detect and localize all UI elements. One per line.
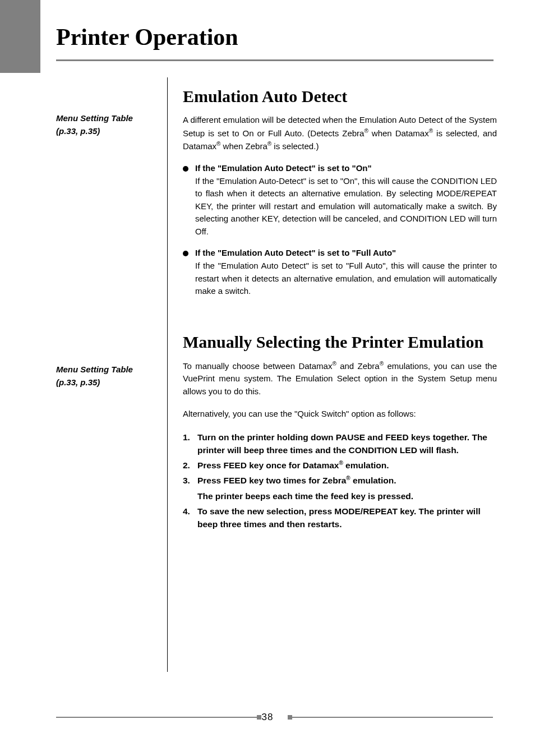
registered-mark: ® xyxy=(364,128,368,134)
bullet-body: If the "Emulation Auto-Detect" is set to… xyxy=(183,175,497,238)
intro-paragraph: A different emulation will be detected w… xyxy=(183,114,497,153)
text-fragment: and Zebra xyxy=(336,361,380,371)
bullet-heading-text: If the "Emulation Auto Detect" is set to… xyxy=(195,163,372,173)
text-fragment: emulation. xyxy=(343,460,389,470)
bullet-heading: If the "Emulation Auto Detect" is set to… xyxy=(183,248,497,257)
bullet-section-fullauto: If the "Emulation Auto Detect" is set to… xyxy=(183,248,497,298)
step-number: 1. xyxy=(183,431,197,457)
footer-rule-right xyxy=(292,717,493,718)
footer-rule-left xyxy=(56,717,257,718)
content-area: Emulation Auto Detect A different emulat… xyxy=(183,87,497,533)
step-number: 2. xyxy=(183,459,197,472)
registered-mark: ® xyxy=(380,361,384,367)
chapter-number: 2 xyxy=(12,14,38,73)
registered-mark: ® xyxy=(346,475,350,481)
sidenote-pages: (p.33, p.35) xyxy=(56,126,100,136)
footer-decoration-right xyxy=(288,715,292,720)
sidenote-title: Menu Setting Table xyxy=(56,113,133,123)
section-heading-emulation: Emulation Auto Detect xyxy=(183,87,497,106)
registered-mark: ® xyxy=(339,460,343,466)
bullet-heading-text: If the "Emulation Auto Detect" is set to… xyxy=(195,248,396,257)
vertical-divider xyxy=(167,77,168,672)
step-4: 4. To save the new selection, press MODE… xyxy=(183,505,497,531)
steps-list: 1. Turn on the printer holding down PAUS… xyxy=(183,431,497,531)
step-text: To save the new selection, press MODE/RE… xyxy=(197,505,497,531)
text-fragment: is selected.) xyxy=(271,141,319,151)
bullet-dot-icon xyxy=(183,251,188,256)
registered-mark: ® xyxy=(429,128,433,134)
section-heading-manual: Manually Selecting the Printer Emulation xyxy=(183,333,497,352)
text-fragment: To manually choose between Datamax xyxy=(183,361,332,371)
chapter-title: Printer Operation xyxy=(56,24,238,50)
step-2: 2. Press FEED key once for Datamax® emul… xyxy=(183,459,497,472)
registered-mark: ® xyxy=(332,361,336,367)
step-text: Turn on the printer holding down PAUSE a… xyxy=(197,431,497,457)
text-fragment: Press FEED key two times for Zebra xyxy=(197,476,346,486)
intro-paragraph-2: To manually choose between Datamax® and … xyxy=(183,359,497,398)
text-fragment: when Zebra xyxy=(220,141,267,151)
footer-decoration-left xyxy=(257,715,261,720)
text-fragment: Press FEED key once for Datamax xyxy=(197,460,339,470)
bullet-dot-icon xyxy=(183,166,188,172)
step-3-continuation: The printer beeps each time the feed key… xyxy=(183,490,497,503)
text-fragment: when Datamax xyxy=(368,128,429,138)
bullet-heading: If the "Emulation Auto Detect" is set to… xyxy=(183,163,497,173)
sidenote-title: Menu Setting Table xyxy=(56,365,133,374)
alt-paragraph: Alternatively, you can use the "Quick Sw… xyxy=(183,408,497,421)
step-number: 4. xyxy=(183,505,197,531)
step-3: 3. Press FEED key two times for Zebra® e… xyxy=(183,474,497,487)
sidebar-note-2: Menu Setting Table (p.33, p.35) xyxy=(56,363,154,389)
sidebar-note-1: Menu Setting Table (p.33, p.35) xyxy=(56,112,154,137)
bullet-section-on: If the "Emulation Auto Detect" is set to… xyxy=(183,163,497,238)
text-fragment: emulation. xyxy=(350,476,396,486)
sidenote-pages: (p.33, p.35) xyxy=(56,377,100,387)
step-text: Press FEED key once for Datamax® emulati… xyxy=(197,459,497,472)
step-text: Press FEED key two times for Zebra® emul… xyxy=(197,474,497,487)
step-number: 3. xyxy=(183,474,197,487)
title-rule xyxy=(56,59,494,61)
step-1: 1. Turn on the printer holding down PAUS… xyxy=(183,431,497,457)
bullet-body: If the "Emulation Auto Detect" is set to… xyxy=(183,260,497,298)
page-number: 38 xyxy=(262,712,274,723)
